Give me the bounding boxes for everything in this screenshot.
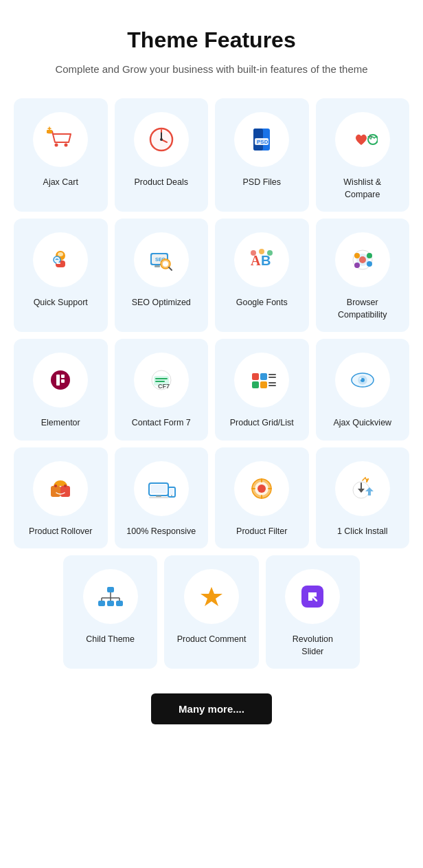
- product-grid-list-icon: [234, 353, 289, 408]
- feature-ajax-cart[interactable]: Ajax Cart: [14, 98, 108, 212]
- feature-browser-compatibility[interactable]: Browser Compatibility: [316, 219, 410, 332]
- quick-support-icon: [33, 232, 88, 287]
- contact-form-7-label: Contact Form 7: [132, 417, 191, 430]
- svg-line-80: [367, 479, 368, 482]
- feature-product-deals[interactable]: Product Deals: [115, 98, 209, 212]
- feature-click-install[interactable]: 1 Click Install: [316, 447, 410, 549]
- elementor-label: Elementor: [41, 417, 80, 430]
- browser-compatibility-icon: [335, 232, 390, 287]
- product-rollover-label: Product Rollover: [29, 526, 92, 538]
- svg-point-39: [367, 261, 372, 267]
- svg-rect-52: [260, 381, 267, 388]
- product-comment-label: Product Comment: [177, 634, 247, 646]
- svg-point-35: [359, 256, 366, 263]
- psd-files-icon: PSD: [234, 112, 289, 167]
- quick-support-label: Quick Support: [34, 297, 88, 309]
- product-deals-icon: [134, 112, 189, 167]
- revolution-slider-icon: [285, 569, 340, 624]
- feature-responsive[interactable]: 100% Responsive: [115, 447, 209, 549]
- svg-rect-42: [61, 375, 65, 378]
- svg-rect-51: [252, 381, 259, 388]
- feature-contact-form-7[interactable]: CF7 Contact Form 7: [115, 339, 209, 441]
- click-install-label: 1 Click Install: [337, 526, 388, 538]
- features-row-2: Quick Support SEO SEO Optimized A: [14, 219, 409, 332]
- features-row-4: Product Rollover 100% Responsive: [14, 447, 409, 549]
- feature-product-grid-list[interactable]: Product Grid/List: [215, 339, 309, 441]
- product-comment-icon: [184, 569, 239, 624]
- svg-rect-43: [61, 379, 65, 383]
- feature-elementor[interactable]: Elementor: [14, 339, 108, 441]
- responsive-icon: [134, 461, 189, 516]
- feature-product-filter[interactable]: Product Filter: [215, 447, 309, 549]
- ajax-quickview-label: Ajax Quickview: [333, 417, 391, 430]
- svg-rect-20: [56, 263, 60, 264]
- svg-point-32: [267, 250, 273, 256]
- svg-point-36: [354, 253, 360, 258]
- product-filter-icon: [234, 461, 289, 516]
- google-fonts-label: Google Fonts: [236, 297, 288, 309]
- feature-wishlist-compare[interactable]: + Wishlist & Compare: [316, 98, 410, 212]
- svg-point-31: [259, 249, 264, 254]
- svg-rect-61: [51, 486, 60, 497]
- svg-text:PSD: PSD: [257, 139, 268, 145]
- svg-point-60: [359, 378, 361, 380]
- svg-rect-83: [107, 601, 114, 606]
- feature-product-comment[interactable]: Product Comment: [164, 555, 258, 669]
- svg-rect-49: [252, 373, 259, 380]
- wishlist-compare-icon: +: [335, 112, 390, 167]
- page-subtitle: Complete and Grow your business with bui…: [55, 61, 367, 78]
- svg-rect-84: [116, 601, 123, 606]
- feature-psd-files[interactable]: PSD PSD Files: [215, 98, 309, 212]
- svg-point-64: [64, 485, 67, 487]
- child-theme-label: Child Theme: [86, 634, 135, 646]
- svg-point-1: [55, 144, 58, 147]
- contact-form-7-icon: CF7: [134, 353, 189, 408]
- svg-line-27: [169, 267, 172, 270]
- ajax-quickview-icon: [335, 353, 390, 408]
- svg-rect-66: [150, 485, 167, 493]
- seo-optimized-label: SEO Optimized: [132, 297, 191, 309]
- svg-rect-41: [56, 375, 60, 386]
- svg-rect-24: [155, 265, 160, 267]
- browser-compatibility-label: Browser Compatibility: [338, 297, 387, 321]
- product-filter-label: Product Filter: [236, 526, 287, 538]
- svg-point-70: [171, 495, 172, 496]
- svg-point-37: [367, 253, 372, 258]
- elementor-icon: [33, 353, 88, 408]
- google-fonts-icon: A B: [234, 232, 289, 287]
- click-install-icon: [335, 461, 390, 516]
- svg-point-26: [163, 261, 168, 267]
- svg-rect-81: [107, 587, 114, 592]
- seo-optimized-icon: SEO: [134, 232, 189, 287]
- svg-point-74: [258, 485, 266, 493]
- ajax-cart-label: Ajax Cart: [43, 177, 78, 189]
- product-rollover-icon: [33, 461, 88, 516]
- features-row-5: Child Theme Product Comment Revolution S…: [63, 555, 360, 669]
- svg-rect-82: [98, 601, 105, 606]
- feature-ajax-quickview[interactable]: Ajax Quickview: [316, 339, 410, 441]
- svg-point-63: [54, 485, 57, 487]
- responsive-label: 100% Responsive: [126, 526, 196, 538]
- ajax-cart-icon: [33, 112, 88, 167]
- product-deals-label: Product Deals: [134, 177, 188, 189]
- feature-seo-optimized[interactable]: SEO SEO Optimized: [115, 219, 209, 332]
- revolution-slider-label: Revolution Slider: [293, 634, 333, 658]
- svg-text:CF7: CF7: [158, 383, 170, 390]
- svg-point-38: [354, 263, 360, 268]
- features-row-1: Ajax Cart Product Deals: [14, 98, 409, 212]
- features-row-3: Elementor CF7 Contact Form 7: [14, 339, 409, 441]
- psd-files-label: PSD Files: [242, 177, 281, 189]
- product-grid-list-label: Product Grid/List: [230, 417, 294, 430]
- wishlist-compare-label: Wishlist & Compare: [343, 177, 381, 201]
- feature-revolution-slider[interactable]: Revolution Slider: [266, 555, 360, 669]
- feature-product-rollover[interactable]: Product Rollover: [14, 447, 108, 549]
- feature-quick-support[interactable]: Quick Support: [14, 219, 108, 332]
- svg-rect-67: [156, 496, 161, 497]
- feature-google-fonts[interactable]: A B Google Fonts: [215, 219, 309, 332]
- feature-child-theme[interactable]: Child Theme: [63, 555, 157, 669]
- many-more-button[interactable]: Many more....: [151, 693, 272, 724]
- page-title: Theme Features: [127, 27, 295, 53]
- svg-rect-69: [170, 489, 174, 495]
- svg-point-18: [58, 252, 63, 256]
- svg-rect-50: [260, 373, 267, 380]
